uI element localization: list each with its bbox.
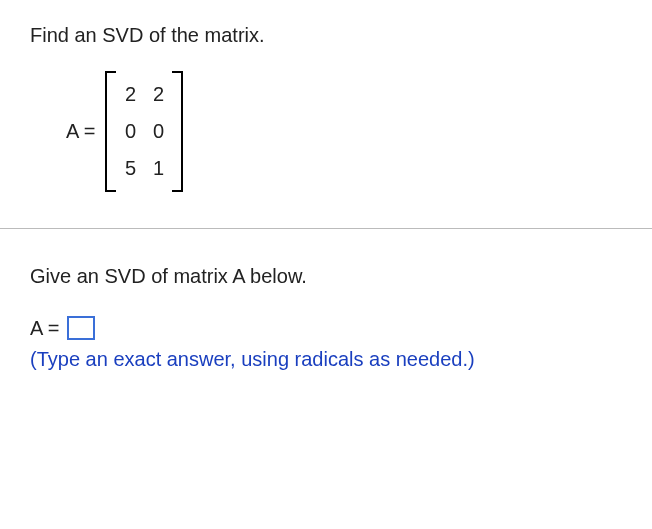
answer-input[interactable] — [67, 316, 95, 340]
matrix-cell: 2 — [123, 83, 137, 106]
table-row: 0 0 — [123, 120, 165, 143]
matrix-cell: 0 — [123, 120, 137, 143]
bracket-left-icon — [105, 71, 115, 192]
answer-lhs: A = — [30, 317, 59, 340]
equation-lhs: A = — [66, 120, 95, 143]
table-row: 2 2 — [123, 83, 165, 106]
bracket-right-icon — [173, 71, 183, 192]
matrix-cell: 1 — [151, 157, 165, 180]
matrix-display: 2 2 0 0 5 1 — [105, 71, 183, 192]
matrix-equation: A = 2 2 0 0 5 1 — [66, 71, 628, 192]
answer-hint: (Type an exact answer, using radicals as… — [30, 348, 628, 371]
problem-prompt: Find an SVD of the matrix. — [30, 24, 628, 47]
answer-line: A = — [30, 316, 628, 340]
answer-instruction: Give an SVD of matrix A below. — [30, 265, 628, 288]
table-row: 5 1 — [123, 157, 165, 180]
matrix-cell: 2 — [151, 83, 165, 106]
matrix-body: 2 2 0 0 5 1 — [115, 71, 173, 192]
matrix-cell: 0 — [151, 120, 165, 143]
matrix-cell: 5 — [123, 157, 137, 180]
divider — [0, 228, 652, 229]
